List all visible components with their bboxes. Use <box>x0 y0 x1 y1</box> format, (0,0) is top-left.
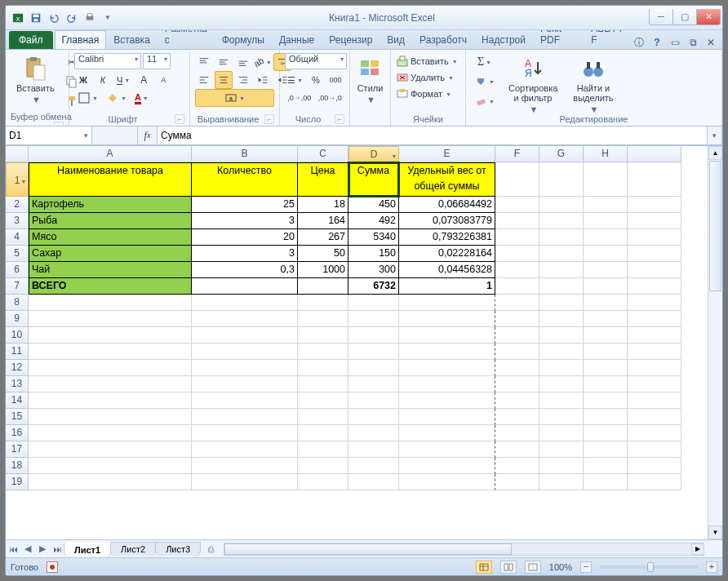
horizontal-scrollbar[interactable]: ◀ ▶ <box>224 543 704 556</box>
cell-C14[interactable] <box>298 393 348 409</box>
format-cells-button[interactable]: Формат ▼ <box>396 86 460 102</box>
cell-C6[interactable]: 1000 <box>298 262 348 278</box>
excel-icon[interactable]: X <box>11 11 25 25</box>
cell-A9[interactable] <box>29 311 192 327</box>
fill-button[interactable]: ▼ <box>471 73 498 91</box>
cell-F3[interactable] <box>495 213 539 229</box>
cell-G3[interactable] <box>539 213 584 229</box>
cell-C11[interactable] <box>298 344 348 360</box>
cell-E12[interactable] <box>399 360 495 376</box>
cell-D18[interactable] <box>348 458 399 474</box>
cell-D16[interactable] <box>348 425 399 441</box>
row-header-2[interactable]: 2 <box>6 197 29 213</box>
row-header-5[interactable]: 5 <box>6 246 29 262</box>
cell-C18[interactable] <box>298 458 348 474</box>
sheet-nav-first-icon[interactable]: ⏮ <box>6 542 20 557</box>
cell-H6[interactable] <box>584 262 628 278</box>
scroll-right-icon[interactable]: ▶ <box>691 543 704 555</box>
font-color-button[interactable]: A▼ <box>131 89 152 107</box>
col-header-G[interactable]: G <box>539 146 584 162</box>
row-header-4[interactable]: 4 <box>6 229 29 246</box>
cell-B12[interactable] <box>192 360 298 376</box>
cell-F18[interactable] <box>495 458 539 474</box>
cell-E3[interactable]: 0,073083779 <box>399 213 495 229</box>
cell-A17[interactable] <box>29 441 192 458</box>
cell-C12[interactable] <box>298 360 348 376</box>
tab-addins[interactable]: Надстрой <box>474 30 533 49</box>
sheet-nav-prev-icon[interactable]: ◀ <box>20 542 35 557</box>
cell-B14[interactable] <box>192 393 298 409</box>
cell-H11[interactable] <box>584 344 628 360</box>
new-sheet-icon[interactable]: ⎙ <box>201 542 220 557</box>
view-page-layout-button[interactable] <box>500 561 517 574</box>
row-header-19[interactable]: 19 <box>6 474 29 490</box>
cell-G17[interactable] <box>539 441 584 458</box>
cell-C8[interactable] <box>298 295 348 311</box>
font-size-select[interactable]: 11 <box>143 53 171 69</box>
align-bottom-button[interactable] <box>234 53 252 71</box>
cell-F9[interactable] <box>495 311 539 327</box>
accounting-format-button[interactable]: ☰▼ <box>285 71 305 89</box>
name-box[interactable]: D1 <box>6 126 92 145</box>
autosum-button[interactable]: Σ▼ <box>471 53 498 71</box>
col-header-C[interactable]: C <box>298 146 348 162</box>
percent-button[interactable]: % <box>307 71 325 89</box>
insert-cells-button[interactable]: Вставить ▼ <box>396 53 460 69</box>
cell-D7[interactable]: 6732 <box>348 278 399 295</box>
find-select-button[interactable]: Найти и выделить ▼ <box>565 53 622 107</box>
cell-B4[interactable]: 20 <box>192 229 298 246</box>
cell-H1[interactable] <box>584 162 628 197</box>
cell-F14[interactable] <box>495 393 539 409</box>
cell-E15[interactable] <box>399 409 495 425</box>
cell-D19[interactable] <box>348 474 399 490</box>
cell-D3[interactable]: 492 <box>348 213 399 229</box>
ribbon-opts-icon[interactable]: ▭ <box>668 36 681 49</box>
cell-G4[interactable] <box>539 229 584 246</box>
col-header-B[interactable]: B <box>192 146 298 162</box>
row-header-17[interactable]: 17 <box>6 441 29 458</box>
cell-E2[interactable]: 0,06684492 <box>399 197 495 213</box>
cell-A10[interactable] <box>29 327 192 344</box>
cell-C17[interactable] <box>298 441 348 458</box>
sheet-tab-2[interactable]: Лист2 <box>110 542 156 556</box>
borders-button[interactable]: ▼ <box>74 89 101 107</box>
cell-H12[interactable] <box>584 360 628 376</box>
cell-B1[interactable]: Количество <box>192 162 298 197</box>
vertical-scrollbar[interactable]: ▲ ▼ <box>708 146 722 539</box>
row-header-6[interactable]: 6 <box>6 262 29 278</box>
cell-E4[interactable]: 0,793226381 <box>399 229 495 246</box>
cell-A1[interactable]: Наименование товара <box>29 162 192 197</box>
row-header-7[interactable]: 7 <box>6 278 29 295</box>
cell-D4[interactable]: 5340 <box>348 229 399 246</box>
cell-G15[interactable] <box>539 409 584 425</box>
cell-G11[interactable] <box>539 344 584 360</box>
col-header-E[interactable]: E <box>399 146 495 162</box>
align-center-button[interactable] <box>215 71 233 89</box>
cell-F8[interactable] <box>495 295 539 311</box>
row-header-9[interactable]: 9 <box>6 311 29 327</box>
cell-E1[interactable]: Удельный вес от общей суммы <box>399 162 495 197</box>
underline-button[interactable]: Ч▼ <box>113 71 133 89</box>
restore-window-icon[interactable]: ⧉ <box>686 36 699 49</box>
cell-G14[interactable] <box>539 393 584 409</box>
cell-C15[interactable] <box>298 409 348 425</box>
cell-B17[interactable] <box>192 441 298 458</box>
cell-F12[interactable] <box>495 360 539 376</box>
tab-home[interactable]: Главная <box>55 30 107 49</box>
save-icon[interactable] <box>29 11 43 25</box>
align-left-button[interactable] <box>195 71 213 89</box>
cell-H2[interactable] <box>584 197 628 213</box>
cell-F10[interactable] <box>495 327 539 344</box>
cell-H14[interactable] <box>584 393 628 409</box>
cell-F13[interactable] <box>495 376 539 393</box>
row-header-13[interactable]: 13 <box>6 376 29 393</box>
cell-B10[interactable] <box>192 327 298 344</box>
fill-color-button[interactable]: ▼ <box>103 89 130 107</box>
hscroll-thumb[interactable] <box>224 543 512 555</box>
cell-G5[interactable] <box>539 246 584 262</box>
cell-B5[interactable]: 3 <box>192 246 298 262</box>
cell-A3[interactable]: Рыба <box>29 213 192 229</box>
cell-E17[interactable] <box>399 441 495 458</box>
cell-C16[interactable] <box>298 425 348 441</box>
scroll-down-icon[interactable]: ▼ <box>708 526 722 539</box>
